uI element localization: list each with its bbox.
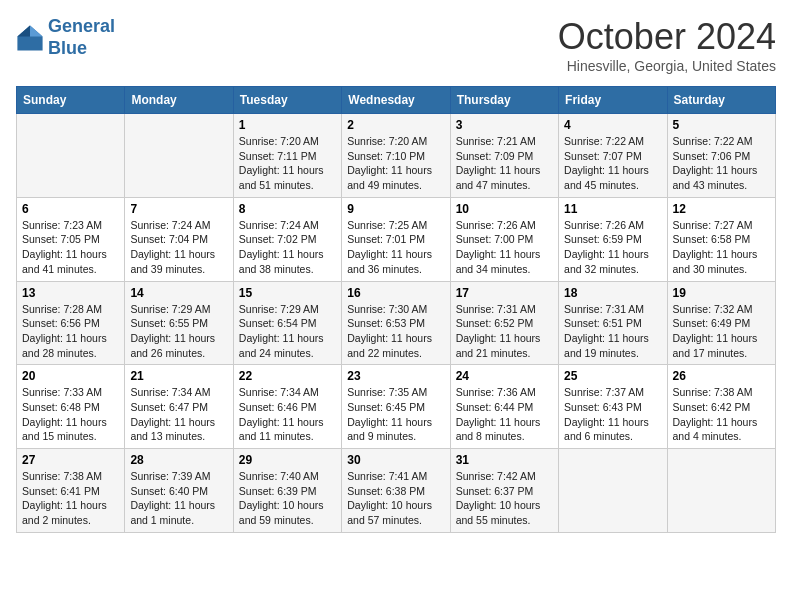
title-block: October 2024 Hinesville, Georgia, United… xyxy=(558,16,776,74)
day-number: 12 xyxy=(673,202,770,216)
calendar-cell: 10Sunrise: 7:26 AM Sunset: 7:00 PM Dayli… xyxy=(450,197,558,281)
day-number: 3 xyxy=(456,118,553,132)
day-number: 6 xyxy=(22,202,119,216)
day-number: 18 xyxy=(564,286,661,300)
header-sunday: Sunday xyxy=(17,87,125,114)
day-number: 17 xyxy=(456,286,553,300)
calendar-cell: 12Sunrise: 7:27 AM Sunset: 6:58 PM Dayli… xyxy=(667,197,775,281)
day-info: Sunrise: 7:42 AM Sunset: 6:37 PM Dayligh… xyxy=(456,469,553,528)
day-number: 20 xyxy=(22,369,119,383)
logo-blue: Blue xyxy=(48,38,87,58)
calendar-cell: 1Sunrise: 7:20 AM Sunset: 7:11 PM Daylig… xyxy=(233,114,341,198)
week-row-0: 1Sunrise: 7:20 AM Sunset: 7:11 PM Daylig… xyxy=(17,114,776,198)
calendar-cell: 21Sunrise: 7:34 AM Sunset: 6:47 PM Dayli… xyxy=(125,365,233,449)
day-info: Sunrise: 7:20 AM Sunset: 7:10 PM Dayligh… xyxy=(347,134,444,193)
logo-icon xyxy=(16,24,44,52)
calendar-cell: 6Sunrise: 7:23 AM Sunset: 7:05 PM Daylig… xyxy=(17,197,125,281)
day-number: 23 xyxy=(347,369,444,383)
day-info: Sunrise: 7:30 AM Sunset: 6:53 PM Dayligh… xyxy=(347,302,444,361)
day-number: 7 xyxy=(130,202,227,216)
calendar-cell: 20Sunrise: 7:33 AM Sunset: 6:48 PM Dayli… xyxy=(17,365,125,449)
day-number: 11 xyxy=(564,202,661,216)
day-info: Sunrise: 7:32 AM Sunset: 6:49 PM Dayligh… xyxy=(673,302,770,361)
day-number: 22 xyxy=(239,369,336,383)
day-info: Sunrise: 7:34 AM Sunset: 6:47 PM Dayligh… xyxy=(130,385,227,444)
day-info: Sunrise: 7:26 AM Sunset: 7:00 PM Dayligh… xyxy=(456,218,553,277)
day-info: Sunrise: 7:24 AM Sunset: 7:04 PM Dayligh… xyxy=(130,218,227,277)
calendar-cell: 24Sunrise: 7:36 AM Sunset: 6:44 PM Dayli… xyxy=(450,365,558,449)
calendar-cell: 17Sunrise: 7:31 AM Sunset: 6:52 PM Dayli… xyxy=(450,281,558,365)
day-info: Sunrise: 7:29 AM Sunset: 6:55 PM Dayligh… xyxy=(130,302,227,361)
calendar-cell: 4Sunrise: 7:22 AM Sunset: 7:07 PM Daylig… xyxy=(559,114,667,198)
logo-text: General Blue xyxy=(48,16,115,59)
day-info: Sunrise: 7:26 AM Sunset: 6:59 PM Dayligh… xyxy=(564,218,661,277)
day-number: 25 xyxy=(564,369,661,383)
day-info: Sunrise: 7:31 AM Sunset: 6:51 PM Dayligh… xyxy=(564,302,661,361)
week-row-3: 20Sunrise: 7:33 AM Sunset: 6:48 PM Dayli… xyxy=(17,365,776,449)
logo-general: General xyxy=(48,16,115,36)
month-title: October 2024 xyxy=(558,16,776,58)
day-info: Sunrise: 7:41 AM Sunset: 6:38 PM Dayligh… xyxy=(347,469,444,528)
day-number: 30 xyxy=(347,453,444,467)
day-info: Sunrise: 7:34 AM Sunset: 6:46 PM Dayligh… xyxy=(239,385,336,444)
calendar-cell: 22Sunrise: 7:34 AM Sunset: 6:46 PM Dayli… xyxy=(233,365,341,449)
day-number: 1 xyxy=(239,118,336,132)
calendar-cell: 16Sunrise: 7:30 AM Sunset: 6:53 PM Dayli… xyxy=(342,281,450,365)
day-info: Sunrise: 7:38 AM Sunset: 6:42 PM Dayligh… xyxy=(673,385,770,444)
day-number: 27 xyxy=(22,453,119,467)
day-number: 13 xyxy=(22,286,119,300)
calendar-cell: 5Sunrise: 7:22 AM Sunset: 7:06 PM Daylig… xyxy=(667,114,775,198)
calendar-cell: 27Sunrise: 7:38 AM Sunset: 6:41 PM Dayli… xyxy=(17,449,125,533)
day-info: Sunrise: 7:37 AM Sunset: 6:43 PM Dayligh… xyxy=(564,385,661,444)
header-saturday: Saturday xyxy=(667,87,775,114)
calendar-cell: 7Sunrise: 7:24 AM Sunset: 7:04 PM Daylig… xyxy=(125,197,233,281)
calendar-cell: 26Sunrise: 7:38 AM Sunset: 6:42 PM Dayli… xyxy=(667,365,775,449)
day-number: 10 xyxy=(456,202,553,216)
calendar-cell: 25Sunrise: 7:37 AM Sunset: 6:43 PM Dayli… xyxy=(559,365,667,449)
logo: General Blue xyxy=(16,16,115,59)
day-info: Sunrise: 7:20 AM Sunset: 7:11 PM Dayligh… xyxy=(239,134,336,193)
day-number: 15 xyxy=(239,286,336,300)
day-number: 28 xyxy=(130,453,227,467)
day-info: Sunrise: 7:25 AM Sunset: 7:01 PM Dayligh… xyxy=(347,218,444,277)
day-number: 26 xyxy=(673,369,770,383)
day-info: Sunrise: 7:21 AM Sunset: 7:09 PM Dayligh… xyxy=(456,134,553,193)
day-number: 8 xyxy=(239,202,336,216)
calendar-cell xyxy=(667,449,775,533)
day-number: 19 xyxy=(673,286,770,300)
day-number: 14 xyxy=(130,286,227,300)
calendar-cell: 31Sunrise: 7:42 AM Sunset: 6:37 PM Dayli… xyxy=(450,449,558,533)
calendar-cell: 18Sunrise: 7:31 AM Sunset: 6:51 PM Dayli… xyxy=(559,281,667,365)
calendar-cell: 13Sunrise: 7:28 AM Sunset: 6:56 PM Dayli… xyxy=(17,281,125,365)
header-wednesday: Wednesday xyxy=(342,87,450,114)
day-info: Sunrise: 7:22 AM Sunset: 7:07 PM Dayligh… xyxy=(564,134,661,193)
week-row-1: 6Sunrise: 7:23 AM Sunset: 7:05 PM Daylig… xyxy=(17,197,776,281)
day-info: Sunrise: 7:39 AM Sunset: 6:40 PM Dayligh… xyxy=(130,469,227,528)
header-monday: Monday xyxy=(125,87,233,114)
calendar-header-row: SundayMondayTuesdayWednesdayThursdayFrid… xyxy=(17,87,776,114)
day-info: Sunrise: 7:27 AM Sunset: 6:58 PM Dayligh… xyxy=(673,218,770,277)
calendar-cell: 19Sunrise: 7:32 AM Sunset: 6:49 PM Dayli… xyxy=(667,281,775,365)
day-number: 16 xyxy=(347,286,444,300)
day-info: Sunrise: 7:23 AM Sunset: 7:05 PM Dayligh… xyxy=(22,218,119,277)
day-info: Sunrise: 7:33 AM Sunset: 6:48 PM Dayligh… xyxy=(22,385,119,444)
calendar-cell: 30Sunrise: 7:41 AM Sunset: 6:38 PM Dayli… xyxy=(342,449,450,533)
day-info: Sunrise: 7:36 AM Sunset: 6:44 PM Dayligh… xyxy=(456,385,553,444)
location: Hinesville, Georgia, United States xyxy=(558,58,776,74)
calendar-cell: 15Sunrise: 7:29 AM Sunset: 6:54 PM Dayli… xyxy=(233,281,341,365)
week-row-2: 13Sunrise: 7:28 AM Sunset: 6:56 PM Dayli… xyxy=(17,281,776,365)
page-header: General Blue October 2024 Hinesville, Ge… xyxy=(16,16,776,74)
calendar-body: 1Sunrise: 7:20 AM Sunset: 7:11 PM Daylig… xyxy=(17,114,776,533)
calendar-cell: 11Sunrise: 7:26 AM Sunset: 6:59 PM Dayli… xyxy=(559,197,667,281)
week-row-4: 27Sunrise: 7:38 AM Sunset: 6:41 PM Dayli… xyxy=(17,449,776,533)
day-info: Sunrise: 7:22 AM Sunset: 7:06 PM Dayligh… xyxy=(673,134,770,193)
day-number: 5 xyxy=(673,118,770,132)
calendar-cell: 2Sunrise: 7:20 AM Sunset: 7:10 PM Daylig… xyxy=(342,114,450,198)
calendar-cell: 8Sunrise: 7:24 AM Sunset: 7:02 PM Daylig… xyxy=(233,197,341,281)
day-number: 29 xyxy=(239,453,336,467)
day-number: 4 xyxy=(564,118,661,132)
day-info: Sunrise: 7:35 AM Sunset: 6:45 PM Dayligh… xyxy=(347,385,444,444)
day-number: 21 xyxy=(130,369,227,383)
calendar-cell: 28Sunrise: 7:39 AM Sunset: 6:40 PM Dayli… xyxy=(125,449,233,533)
day-info: Sunrise: 7:28 AM Sunset: 6:56 PM Dayligh… xyxy=(22,302,119,361)
